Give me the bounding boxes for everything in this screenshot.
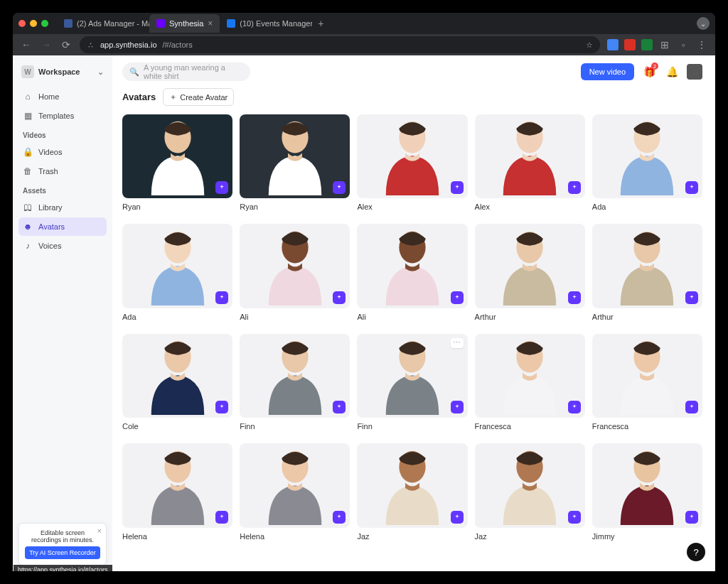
- sparkle-icon[interactable]: [685, 511, 698, 524]
- notifications-button[interactable]: 🔔: [664, 64, 680, 80]
- sparkle-icon[interactable]: [215, 181, 228, 194]
- avatar-thumbnail[interactable]: [475, 114, 585, 198]
- minimize-window-icon[interactable]: [30, 20, 37, 27]
- avatar-thumbnail[interactable]: [475, 224, 585, 308]
- avatar-card[interactable]: Jaz: [357, 443, 467, 546]
- avatar-thumbnail[interactable]: [357, 114, 467, 198]
- create-avatar-button[interactable]: ＋ Create Avatar: [163, 88, 234, 106]
- traffic-lights[interactable]: [18, 20, 48, 27]
- back-button[interactable]: ←: [20, 39, 33, 50]
- avatar-card[interactable]: Alex: [475, 114, 585, 217]
- avatar-card[interactable]: Arthur: [592, 224, 702, 326]
- avatar-thumbnail[interactable]: [592, 114, 702, 198]
- profile-icon[interactable]: ◦: [677, 39, 690, 50]
- sparkle-icon[interactable]: [568, 401, 581, 413]
- workspace-switcher[interactable]: W Workspace ⌄: [18, 63, 107, 81]
- avatar-thumbnail[interactable]: [357, 224, 467, 308]
- avatar-thumbnail[interactable]: [240, 224, 350, 308]
- chrome-menu-icon[interactable]: ⋮: [695, 39, 708, 50]
- maximize-window-icon[interactable]: [41, 20, 48, 27]
- avatar-card[interactable]: Ada: [122, 224, 232, 326]
- sparkle-icon[interactable]: [333, 291, 346, 304]
- avatar-card[interactable]: Alex: [357, 114, 467, 217]
- promo-cta-button[interactable]: Try AI Screen Recorder: [25, 546, 100, 559]
- avatar-thumbnail[interactable]: ⋯: [357, 334, 467, 418]
- extension-icon[interactable]: [607, 39, 619, 50]
- avatar-card[interactable]: Ryan: [122, 114, 232, 217]
- close-tab-icon[interactable]: ×: [208, 18, 213, 28]
- user-avatar[interactable]: [687, 64, 702, 80]
- address-bar[interactable]: ⛬ app.synthesia.io/#/actors ☆: [80, 36, 600, 53]
- avatar-thumbnail[interactable]: [122, 334, 232, 418]
- bookmark-icon[interactable]: ☆: [586, 40, 593, 50]
- avatar-card[interactable]: Jimmy: [592, 443, 702, 546]
- avatar-card[interactable]: Jaz: [475, 443, 585, 546]
- avatar-card[interactable]: ⋯ Finn: [357, 334, 467, 436]
- sidebar-item-videos[interactable]: 🔒 Videos: [18, 143, 107, 161]
- sidebar-item-library[interactable]: 🕮 Library: [18, 198, 107, 217]
- avatar-thumbnail[interactable]: [240, 114, 350, 198]
- new-tab-button[interactable]: +: [312, 18, 329, 29]
- avatar-card[interactable]: Finn: [240, 334, 350, 436]
- sidebar-item-home[interactable]: ⌂ Home: [18, 87, 107, 106]
- avatar-card[interactable]: Ali: [357, 224, 467, 326]
- avatar-thumbnail[interactable]: [475, 443, 585, 527]
- sidebar-item-templates[interactable]: ▦ Templates: [18, 107, 107, 125]
- sparkle-icon[interactable]: [451, 401, 464, 413]
- extensions-menu-icon[interactable]: ⊞: [658, 39, 671, 50]
- avatar-thumbnail[interactable]: [240, 443, 350, 527]
- extension-icon[interactable]: [624, 39, 636, 50]
- sparkle-icon[interactable]: [333, 401, 346, 413]
- avatar-thumbnail[interactable]: [592, 443, 702, 527]
- sparkle-icon[interactable]: [685, 291, 698, 304]
- avatar-thumbnail[interactable]: [240, 334, 350, 418]
- avatar-thumbnail[interactable]: [592, 224, 702, 308]
- reload-button[interactable]: ⟳: [60, 39, 73, 50]
- sparkle-icon[interactable]: [568, 291, 581, 304]
- avatar-card[interactable]: Helena: [122, 443, 232, 546]
- avatar-thumbnail[interactable]: [122, 224, 232, 308]
- browser-tab[interactable]: (2) Ads Manager - Manage a ×: [57, 14, 149, 33]
- avatar-thumbnail[interactable]: [122, 114, 232, 198]
- forward-button[interactable]: →: [40, 39, 53, 50]
- sparkle-icon[interactable]: [333, 181, 346, 194]
- avatar-card[interactable]: Cole: [122, 334, 232, 436]
- avatar-thumbnail[interactable]: [475, 334, 585, 418]
- new-video-button[interactable]: New video: [581, 63, 634, 80]
- avatar-thumbnail[interactable]: [592, 334, 702, 418]
- avatar-thumbnail[interactable]: [122, 443, 232, 527]
- sparkle-icon[interactable]: [451, 511, 464, 524]
- avatar-card[interactable]: Francesca: [475, 334, 585, 436]
- sparkle-icon[interactable]: [333, 511, 346, 524]
- help-button[interactable]: ?: [687, 543, 705, 561]
- extension-icon[interactable]: [641, 39, 653, 50]
- avatar-card[interactable]: Helena: [240, 443, 350, 546]
- avatar-card[interactable]: Ali: [240, 224, 350, 326]
- browser-tab-active[interactable]: Synthesia ×: [149, 14, 220, 33]
- sparkle-icon[interactable]: [685, 401, 698, 413]
- sparkle-icon[interactable]: [451, 181, 464, 194]
- avatar-card[interactable]: Arthur: [475, 224, 585, 326]
- close-icon[interactable]: ×: [97, 526, 102, 535]
- search-icon: 🔍: [129, 67, 139, 77]
- sparkle-icon[interactable]: [215, 291, 228, 304]
- sparkle-icon[interactable]: [451, 291, 464, 304]
- search-input[interactable]: 🔍 A young man wearing a white shirt: [122, 63, 250, 81]
- sidebar-item-avatars[interactable]: ☻ Avatars: [18, 217, 107, 236]
- gift-button[interactable]: 🎁2: [641, 64, 657, 80]
- sidebar-item-trash[interactable]: 🗑 Trash: [18, 162, 107, 180]
- site-info-icon[interactable]: ⛬: [87, 40, 95, 49]
- avatar-card[interactable]: Francesca: [592, 334, 702, 436]
- sparkle-icon[interactable]: [215, 401, 228, 413]
- sparkle-icon[interactable]: [685, 181, 698, 194]
- avatar-card[interactable]: Ada: [592, 114, 702, 217]
- sparkle-icon[interactable]: [568, 511, 581, 524]
- browser-tab[interactable]: (10) Events Manager ×: [220, 14, 312, 33]
- avatar-thumbnail[interactable]: [357, 443, 467, 527]
- tabs-overflow-icon[interactable]: ⌄: [697, 17, 710, 30]
- close-window-icon[interactable]: [18, 20, 26, 27]
- sidebar-item-voices[interactable]: ♪ Voices: [18, 237, 107, 255]
- avatar-card[interactable]: Ryan: [240, 114, 350, 217]
- sparkle-icon[interactable]: [215, 511, 228, 524]
- sparkle-icon[interactable]: [568, 181, 581, 194]
